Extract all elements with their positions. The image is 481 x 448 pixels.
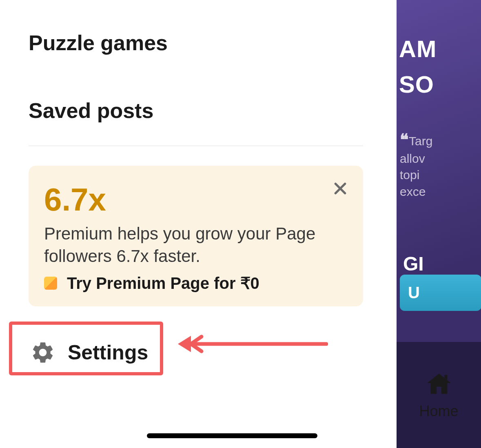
premium-badge-icon — [44, 277, 57, 290]
side-quote-line2: allov — [400, 152, 425, 165]
side-promo-content: AM SO ❝Targ allov topi exce GI U — [397, 0, 481, 342]
quote-mark-icon: ❝ — [400, 131, 409, 149]
close-icon — [332, 180, 348, 197]
divider — [29, 146, 363, 146]
side-gi-text: GI — [403, 253, 424, 275]
side-quote: ❝Targ allov topi exce — [397, 129, 481, 200]
bottom-nav: Home — [397, 342, 481, 448]
promo-cta-text: Try Premium Page for ₹0 — [67, 274, 259, 293]
settings-button[interactable]: Settings — [29, 330, 363, 375]
main-panel: Puzzle games Saved posts 6.7x Premium he… — [0, 0, 392, 448]
side-heading-line2: SO — [399, 69, 481, 100]
side-quote-line4: exce — [400, 185, 426, 198]
promo-description: Premium helps you grow your Page followe… — [44, 223, 348, 267]
side-heading-line1: AM — [399, 35, 437, 62]
content-area: Puzzle games Saved posts 6.7x Premium he… — [0, 0, 392, 375]
promo-cta-row[interactable]: Try Premium Page for ₹0 — [44, 274, 348, 293]
home-label[interactable]: Home — [419, 403, 458, 420]
promo-stat: 6.7x — [44, 184, 348, 215]
menu-item-puzzle-games[interactable]: Puzzle games — [29, 0, 363, 78]
home-indicator — [147, 433, 317, 438]
side-heading: AM SO — [397, 33, 481, 100]
menu-item-saved-posts[interactable]: Saved posts — [29, 78, 363, 146]
close-button[interactable] — [330, 179, 350, 198]
gear-icon — [30, 340, 55, 365]
home-icon[interactable] — [425, 370, 453, 400]
side-quote-line1: Targ — [409, 134, 432, 148]
settings-label: Settings — [68, 341, 148, 364]
premium-promo-card[interactable]: 6.7x Premium helps you grow your Page fo… — [29, 166, 363, 306]
side-quote-line3: topi — [400, 168, 419, 182]
side-cta-button[interactable]: U — [400, 275, 481, 311]
